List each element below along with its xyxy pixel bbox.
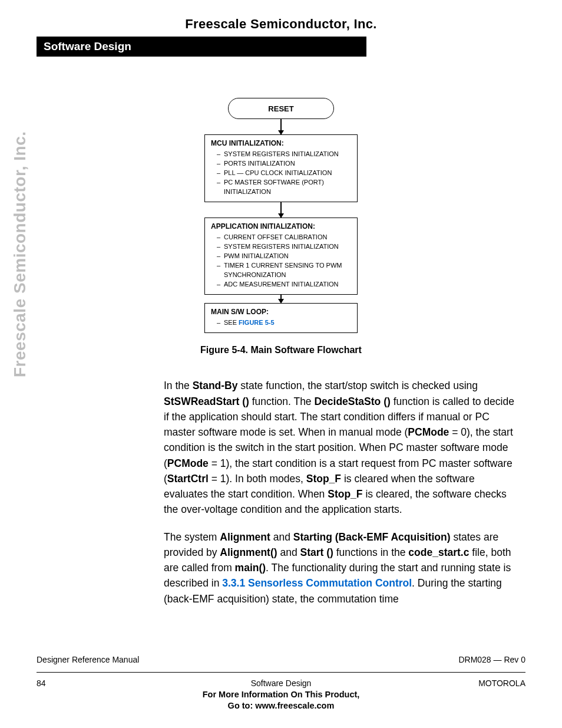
func-main: main() xyxy=(235,562,266,574)
section-link[interactable]: 3.3.1 Sensorless Commutation Control xyxy=(222,577,412,589)
flow-item: PWM INITIALIZATION xyxy=(217,252,352,261)
flow-box-app-init: APPLICATION INITIALIZATION: CURRENT OFFS… xyxy=(204,218,358,295)
var-startctrl: StartCtrl xyxy=(167,473,209,485)
text: state function, the start/stop switch is… xyxy=(237,380,478,391)
var-stopf: Stop_F xyxy=(306,473,341,485)
flow-item: SYSTEM REGISTERS INITIALIZATION xyxy=(217,242,352,252)
footer-more-info: For More Information On This Product, Go… xyxy=(0,689,562,711)
flow-item: PLL — CPU CLOCK INITIALIZATION xyxy=(217,169,352,178)
flow-box-main-loop: MAIN S/W LOOP: SEE FIGURE 5-5 xyxy=(204,303,358,333)
side-watermark: Freescale Semiconductor, Inc. xyxy=(11,131,29,377)
flow-item: SEE FIGURE 5-5 xyxy=(217,318,352,328)
body-text: In the Stand-By state function, the star… xyxy=(164,378,520,607)
text: = 1). In both modes, xyxy=(209,473,306,485)
paragraph: The system Alignment and Starting (Back-… xyxy=(164,529,520,607)
paragraph: In the Stand-By state function, the star… xyxy=(164,378,520,517)
flow-arrow-icon xyxy=(280,202,282,218)
text: functions in the xyxy=(333,546,408,558)
footer-divider xyxy=(37,672,525,673)
flow-item: PORTS INITIALIZATION xyxy=(217,159,352,169)
footer-doc-title: Designer Reference Manual xyxy=(37,655,139,664)
func-stswreadstart: StSWReadStart () xyxy=(164,396,249,407)
footer-row-doc: Designer Reference Manual DRM028 — Rev 0 xyxy=(37,651,525,664)
flow-box-mcu-init: MCU INITIALIZATION: SYSTEM REGISTERS INI… xyxy=(204,134,358,202)
section-title-bar: Software Design xyxy=(37,37,366,57)
text: In the xyxy=(164,380,193,391)
flow-arrow-icon xyxy=(280,295,282,303)
term-starting: Starting (Back-EMF Acquisition) xyxy=(293,531,451,543)
func-alignment: Alignment() xyxy=(220,546,277,558)
footer-section-name: Software Design xyxy=(37,678,525,688)
footer-bold-line2: Go to: www.freescale.com xyxy=(228,701,335,710)
footer-doc-rev: DRM028 — Rev 0 xyxy=(458,655,525,664)
text: and xyxy=(277,546,300,558)
flow-box-title: MCU INITIALIZATION: xyxy=(211,139,352,149)
flow-arrow-icon xyxy=(280,119,282,134)
term-alignment: Alignment xyxy=(220,531,270,543)
func-start: Start () xyxy=(300,546,333,558)
flow-item: CURRENT OFFSET CALIBRATION xyxy=(217,233,352,242)
text: function. The xyxy=(249,396,315,407)
flow-box-title: APPLICATION INITIALIZATION: xyxy=(211,222,352,232)
footer-row-page: 84 Software Design MOTOROLA xyxy=(37,678,525,688)
figure-link[interactable]: FIGURE 5-5 xyxy=(239,319,275,326)
flow-item: ADC MEASUREMENT INITIALIZATION xyxy=(217,280,352,289)
text: and xyxy=(270,531,293,543)
figure-caption: Figure 5-4. Main Software Flowchart xyxy=(0,345,562,355)
flow-terminal-reset: RESET xyxy=(228,98,334,119)
func-decidestasto: DecideStaSto () xyxy=(314,396,390,407)
company-header: Freescale Semiconductor, Inc. xyxy=(0,0,562,32)
flow-item: TIMER 1 CURRENT SENSING TO PWM SYNCHRONI… xyxy=(217,261,352,280)
var-pcmode: PCMode xyxy=(408,426,449,438)
flowchart: RESET MCU INITIALIZATION: SYSTEM REGISTE… xyxy=(204,98,358,333)
var-pcmode: PCMode xyxy=(167,457,209,469)
flow-box-title: MAIN S/W LOOP: xyxy=(211,307,352,317)
flow-item: SYSTEM REGISTERS INITIALIZATION xyxy=(217,150,352,159)
file-codestart: code_start.c xyxy=(408,546,469,558)
var-stopf: Stop_F xyxy=(328,488,362,500)
footer-bold-line1: For More Information On This Product, xyxy=(203,690,360,699)
flow-see: SEE xyxy=(224,319,239,326)
text: The system xyxy=(164,531,220,543)
flow-item: PC MASTER SOFTWARE (PORT) INITIALIZATION xyxy=(217,178,352,197)
term-standby: Stand-By xyxy=(193,380,238,391)
